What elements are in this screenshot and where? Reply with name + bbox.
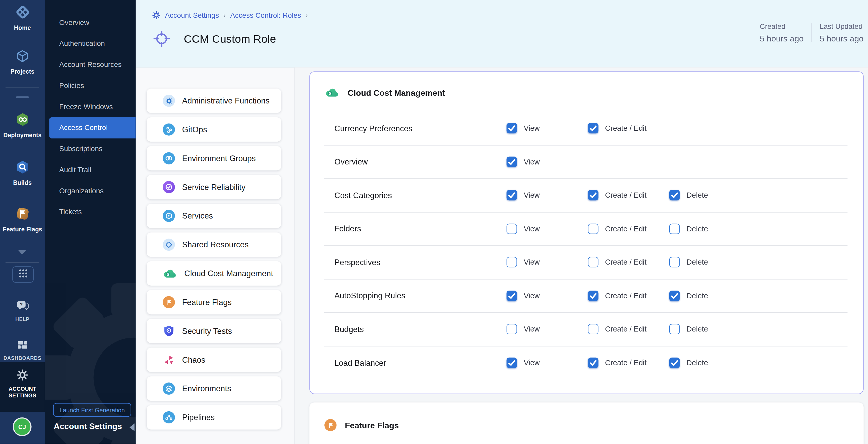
category-label: Cloud Cost Management bbox=[184, 269, 273, 278]
projects-icon bbox=[15, 49, 30, 66]
sidebar-item-dashboards[interactable]: DASHBOARDS bbox=[0, 340, 45, 361]
checkbox-unchecked-view[interactable] bbox=[506, 257, 517, 267]
svg-text:$: $ bbox=[329, 91, 332, 96]
checkbox-checked-view[interactable] bbox=[506, 157, 517, 167]
meta-divider bbox=[811, 23, 812, 42]
category-card-feature-flags[interactable]: Feature Flags bbox=[147, 290, 281, 315]
permission-cell-view: View bbox=[506, 358, 588, 368]
checkbox-checked-create_edit[interactable] bbox=[588, 190, 598, 200]
category-card-service-reliability[interactable]: Service Reliability bbox=[147, 175, 281, 199]
category-card-cloud-cost-management[interactable]: $Cloud Cost Management bbox=[147, 261, 281, 286]
checkbox-unchecked-view[interactable] bbox=[506, 223, 517, 234]
checkbox-unchecked-delete[interactable] bbox=[669, 223, 680, 234]
role-meta: Created 5 hours ago Last Updated 5 hours… bbox=[760, 22, 864, 43]
created-label: Created bbox=[760, 22, 804, 30]
breadcrumb-link-access-control-roles[interactable]: Access Control: Roles bbox=[230, 11, 301, 19]
gear-icon bbox=[17, 369, 28, 383]
category-card-shared-resources[interactable]: Shared Resources bbox=[147, 232, 281, 257]
launch-first-generation-button[interactable]: Launch First Generation bbox=[53, 403, 131, 417]
sidebar-item-label: Home bbox=[14, 25, 31, 31]
collapse-nav-icon[interactable] bbox=[129, 423, 134, 431]
sidebar-item-label: Deployments bbox=[3, 132, 42, 138]
category-card-environment-groups[interactable]: Environment Groups bbox=[147, 146, 281, 171]
cloud-cost-icon: $ bbox=[163, 267, 177, 280]
svg-text:$: $ bbox=[167, 272, 169, 277]
user-avatar[interactable]: CJ bbox=[14, 418, 31, 435]
category-label: Administrative Functions bbox=[182, 96, 270, 105]
category-card-chaos[interactable]: Chaos bbox=[147, 348, 281, 372]
sidebar-item-builds[interactable]: Builds bbox=[0, 159, 45, 186]
permission-cell-create_edit: Create / Edit bbox=[588, 324, 669, 335]
category-card-services[interactable]: Services bbox=[147, 203, 281, 228]
checkbox-checked-create_edit[interactable] bbox=[588, 358, 598, 368]
permission-cell-create_edit: Create / Edit bbox=[588, 190, 669, 200]
checkbox-label: Create / Edit bbox=[605, 258, 647, 266]
chaos-icon bbox=[163, 354, 175, 366]
category-card-security-tests[interactable]: Security Tests bbox=[147, 319, 281, 343]
sidebar-item-projects[interactable]: Projects bbox=[0, 49, 45, 75]
services-icon bbox=[163, 210, 175, 222]
checkbox-checked-delete[interactable] bbox=[669, 190, 680, 200]
sidebar-item-deployments[interactable]: Deployments bbox=[0, 112, 45, 138]
checkbox-checked-view[interactable] bbox=[506, 358, 517, 368]
shared-resources-icon bbox=[163, 239, 175, 251]
builds-icon bbox=[15, 159, 30, 177]
category-label: Pipelines bbox=[182, 413, 215, 422]
checkbox-label: View bbox=[524, 258, 539, 266]
nav-item-account-resources[interactable]: Account Resources bbox=[45, 54, 136, 75]
checkbox-unchecked-view[interactable] bbox=[506, 324, 517, 335]
category-label: GitOps bbox=[182, 125, 207, 134]
permission-cell-create_edit: Create / Edit bbox=[588, 257, 669, 267]
checkbox-unchecked-create_edit[interactable] bbox=[588, 324, 598, 335]
checkbox-checked-delete[interactable] bbox=[669, 358, 680, 368]
nav-item-subscriptions[interactable]: Subscriptions bbox=[45, 138, 136, 160]
permission-cell-view: View bbox=[506, 257, 588, 267]
category-card-pipelines[interactable]: Pipelines bbox=[147, 405, 281, 430]
checkbox-unchecked-create_edit[interactable] bbox=[588, 257, 598, 267]
checkbox-checked-view[interactable] bbox=[506, 190, 517, 200]
permission-row-folders: FoldersViewCreate / EditDelete bbox=[324, 212, 847, 246]
checkbox-checked-view[interactable] bbox=[506, 123, 517, 134]
nav-item-freeze-windows[interactable]: Freeze Windows bbox=[45, 96, 136, 117]
resource-name: Overview bbox=[324, 157, 506, 166]
nav-item-access-control[interactable]: Access Control bbox=[49, 117, 135, 138]
checkbox-checked-delete[interactable] bbox=[669, 290, 680, 301]
category-card-environments[interactable]: Environments bbox=[147, 376, 281, 401]
chevron-down-icon[interactable] bbox=[18, 250, 26, 255]
checkbox-unchecked-delete[interactable] bbox=[669, 324, 680, 335]
checkbox-unchecked-create_edit[interactable] bbox=[588, 223, 598, 234]
permission-cell-delete: Delete bbox=[669, 324, 847, 335]
permission-row-cost-categories: Cost CategoriesViewCreate / EditDelete bbox=[324, 179, 847, 212]
nav-item-overview[interactable]: Overview bbox=[45, 12, 136, 33]
category-card-administrative-functions[interactable]: Administrative Functions bbox=[147, 89, 281, 113]
sidebar-item-feature-flags[interactable]: Feature Flags bbox=[0, 206, 45, 232]
category-label: Feature Flags bbox=[182, 298, 232, 307]
sidebar-item-home[interactable]: Home bbox=[0, 4, 45, 31]
section-title: Feature Flags bbox=[345, 420, 399, 430]
nav-item-authentication[interactable]: Authentication bbox=[45, 33, 136, 54]
sidebar-item-account-settings[interactable]: ACCOUNT SETTINGS bbox=[0, 362, 45, 412]
checkbox-label: Create / Edit bbox=[605, 359, 647, 367]
permission-cell-view: View bbox=[506, 223, 588, 234]
sidebar-item-label: HELP bbox=[16, 316, 30, 323]
nav-item-policies[interactable]: Policies bbox=[45, 75, 136, 96]
environment-groups-icon bbox=[163, 152, 175, 164]
breadcrumb-link-account-settings[interactable]: Account Settings bbox=[165, 11, 219, 19]
nav-item-tickets[interactable]: Tickets bbox=[45, 201, 136, 223]
nav-item-audit-trail[interactable]: Audit Trail bbox=[45, 159, 136, 181]
permission-row-overview: OverviewView bbox=[324, 146, 847, 179]
nav-item-organizations[interactable]: Organizations bbox=[45, 181, 136, 201]
content-body: Administrative FunctionsGitOpsEnvironmen… bbox=[136, 67, 868, 444]
checkbox-unchecked-delete[interactable] bbox=[669, 257, 680, 267]
checkbox-checked-create_edit[interactable] bbox=[588, 123, 598, 134]
sidebar-item-label: DASHBOARDS bbox=[3, 355, 41, 361]
sidebar-item-help[interactable]: ? HELP bbox=[0, 300, 45, 323]
checkbox-label: Create / Edit bbox=[605, 191, 647, 199]
svg-text:?: ? bbox=[20, 302, 23, 307]
feature-flag-circle-icon bbox=[163, 296, 175, 308]
resource-name: Budgets bbox=[324, 325, 506, 334]
category-card-gitops[interactable]: GitOps bbox=[147, 117, 281, 142]
checkbox-checked-create_edit[interactable] bbox=[588, 290, 598, 301]
checkbox-checked-view[interactable] bbox=[506, 290, 517, 301]
module-picker-button[interactable] bbox=[12, 266, 34, 283]
